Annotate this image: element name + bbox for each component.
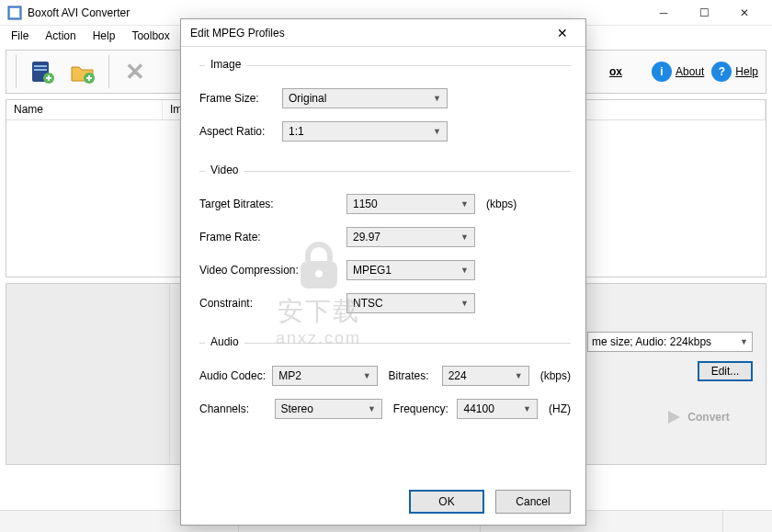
output-profile-combo[interactable]: me size; Audio: 224kbps ▼ (587, 332, 753, 352)
bitrates-value: 224 (448, 369, 467, 382)
minimize-button[interactable]: ─ (643, 0, 684, 26)
maximize-button[interactable]: ☐ (684, 0, 724, 26)
chevron-down-icon: ▼ (363, 371, 371, 380)
preview-area (6, 284, 170, 464)
about-button[interactable]: i About (652, 62, 704, 82)
target-bitrates-label: Target Bitrates: (199, 198, 301, 210)
group-video: Video Target Bitrates: 1150▼ (kbps) Fram… (199, 171, 571, 332)
help-label: Help (735, 65, 758, 78)
dialog-titlebar: Edit MPEG Profiles ✕ (181, 19, 585, 47)
edit-label: Edit... (711, 365, 740, 378)
frequency-label: Frequency: (393, 402, 452, 415)
close-button[interactable]: ✕ (724, 0, 765, 26)
window-title: Boxoft AVI Converter (28, 6, 130, 19)
kbps-unit: (kbps) (486, 198, 517, 210)
help-icon: ? (711, 62, 732, 82)
dialog-close-button[interactable]: ✕ (549, 20, 576, 46)
edit-profiles-dialog: Edit MPEG Profiles ✕ Image Frame Size: O… (180, 18, 586, 526)
aspect-ratio-label: Aspect Ratio: (199, 125, 277, 138)
aspect-ratio-value: 1:1 (289, 125, 304, 138)
output-profile-value: me size; Audio: 224kbps (592, 335, 711, 348)
chevron-down-icon: ▼ (460, 299, 469, 308)
chevron-down-icon: ▼ (515, 371, 523, 380)
group-audio-label: Audio (205, 335, 244, 348)
chevron-down-icon: ▼ (740, 337, 748, 346)
add-folder-icon[interactable] (66, 55, 99, 88)
video-compression-value: MPEG1 (353, 264, 392, 277)
chevron-down-icon: ▼ (460, 199, 469, 209)
dialog-actions: OK Cancel (181, 479, 585, 525)
frame-rate-value: 29.97 (353, 231, 380, 243)
frame-size-value: Original (289, 92, 326, 105)
svg-rect-3 (34, 65, 47, 67)
dialog-body: Image Frame Size: Original▼ Aspect Ratio… (181, 47, 585, 479)
video-compression-combo[interactable]: MPEG1▼ (346, 260, 475, 280)
help-button[interactable]: ? Help (711, 62, 758, 82)
audio-codec-label: Audio Codec: (199, 369, 267, 382)
channels-value: Stereo (281, 402, 313, 415)
menu-file[interactable]: File (4, 28, 36, 44)
frequency-value: 44100 (463, 402, 494, 415)
window-controls: ─ ☐ ✕ (643, 0, 765, 26)
group-image: Image Frame Size: Original▼ Aspect Ratio… (199, 65, 571, 160)
group-video-label: Video (205, 164, 244, 176)
chevron-down-icon: ▼ (368, 404, 376, 413)
frame-size-combo[interactable]: Original▼ (282, 88, 448, 108)
menu-toolbox[interactable]: Toolbox (124, 28, 176, 44)
audio-codec-value: MP2 (278, 369, 301, 382)
toolbar-right: ox i About ? Help (609, 62, 762, 82)
video-compression-label: Video Compression: (199, 264, 301, 277)
channels-label: Channels: (199, 402, 269, 415)
target-bitrates-value: 1150 (353, 198, 378, 210)
constraint-combo[interactable]: NTSC▼ (346, 293, 475, 313)
delete-icon[interactable]: ✕ (119, 55, 152, 88)
svg-rect-1 (10, 8, 19, 17)
channels-combo[interactable]: Stereo▼ (275, 399, 382, 419)
chevron-down-icon: ▼ (523, 404, 531, 413)
separator (16, 55, 17, 88)
bitrates-label: Bitrates: (389, 369, 437, 382)
hz-unit: (HZ) (549, 402, 571, 415)
play-icon (665, 409, 682, 425)
chevron-down-icon: ▼ (433, 94, 441, 103)
add-file-icon[interactable] (26, 55, 59, 88)
menu-help[interactable]: Help (85, 28, 123, 44)
info-icon: i (652, 62, 672, 82)
edit-button[interactable]: Edit... (698, 361, 753, 381)
frame-size-label: Frame Size: (199, 92, 277, 105)
cancel-button[interactable]: Cancel (495, 490, 571, 514)
aspect-ratio-combo[interactable]: 1:1▼ (282, 121, 448, 141)
menu-action[interactable]: Action (38, 28, 83, 44)
constraint-value: NTSC (353, 297, 383, 310)
chevron-down-icon: ▼ (460, 232, 469, 242)
chevron-down-icon: ▼ (460, 266, 469, 275)
separator (108, 55, 109, 88)
kbps-unit: (kbps) (540, 369, 571, 382)
bitrates-combo[interactable]: 224▼ (442, 366, 529, 386)
ok-button[interactable]: OK (409, 490, 484, 514)
cancel-label: Cancel (516, 495, 550, 508)
app-icon (7, 6, 22, 20)
ok-label: OK (438, 495, 454, 508)
convert-label: Convert (687, 411, 729, 424)
toolbox-label-partial: ox (609, 65, 622, 78)
frequency-combo[interactable]: 44100▼ (457, 399, 538, 419)
audio-codec-combo[interactable]: MP2▼ (272, 366, 377, 386)
group-image-label: Image (205, 58, 246, 71)
frame-rate-combo[interactable]: 29.97▼ (346, 227, 475, 247)
column-name[interactable]: Name (6, 100, 163, 119)
target-bitrates-combo[interactable]: 1150▼ (346, 194, 475, 214)
about-label: About (676, 65, 704, 78)
constraint-label: Constraint: (199, 297, 301, 310)
dialog-title: Edit MPEG Profiles (190, 27, 285, 40)
convert-button[interactable]: Convert (642, 403, 753, 431)
chevron-down-icon: ▼ (433, 127, 441, 136)
group-audio: Audio Audio Codec: MP2▼ Bitrates: 224▼ (… (199, 343, 571, 437)
svg-rect-4 (34, 69, 47, 71)
frame-rate-label: Frame Rate: (199, 231, 301, 243)
